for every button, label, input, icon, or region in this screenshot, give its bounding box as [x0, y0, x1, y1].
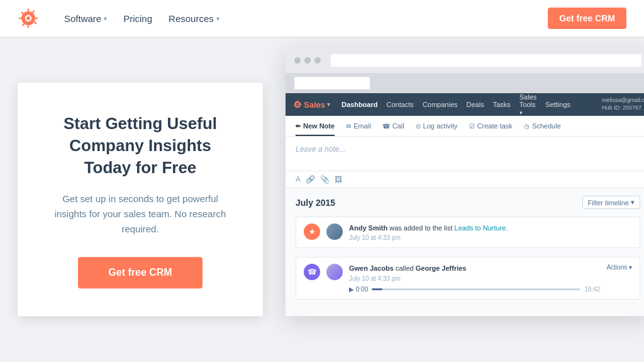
gwen-jacobs-event-text: Gwen Jacobs called George Jeffries July …: [349, 264, 600, 292]
crm-user-info: melissa@gmail.com Hub ID: 250767: [602, 97, 644, 111]
log-icon: ⊙: [416, 123, 421, 130]
andy-smith-event-text: Andy Smith was added to the list Leads t…: [349, 223, 632, 241]
browser-dot-red: [294, 57, 301, 64]
event-actions-button[interactable]: Actions ▾: [606, 264, 632, 271]
crm-nav-sales-tools[interactable]: Sales Tools ▾: [519, 93, 537, 116]
svg-point-1: [26, 16, 30, 20]
gwen-jacobs-action: called: [396, 264, 416, 272]
link-icon[interactable]: 🔗: [306, 175, 315, 184]
browser-dot-green: [314, 57, 321, 64]
browser-mockup: Sales ▾ Dashboard Contacts Companies Dea…: [286, 48, 644, 316]
crm-timeline-header: July 2015 Filter timeline ▾: [296, 196, 640, 209]
andy-smith-event-desc: Andy Smith was added to the list Leads t…: [349, 223, 632, 233]
gwen-jacobs-event-time: July 10 at 4:33 pm: [349, 275, 600, 282]
crm-body: ✏ New Note ✉ Email ☎ Call ⊙ Log activity…: [286, 116, 644, 316]
svg-rect-4: [18, 18, 21, 19]
main-content: Sales ▾ Dashboard Contacts Companies Dea…: [0, 37, 644, 362]
crm-sales-chevron: ▾: [327, 101, 330, 108]
pencil-icon: ✏: [296, 123, 301, 130]
svg-rect-3: [28, 25, 29, 28]
andy-smith-event-time: July 10 at 4:33 pm: [349, 234, 632, 241]
crm-user-email: melissa@gmail.com: [602, 97, 644, 105]
crm-navbar: Sales ▾ Dashboard Contacts Companies Dea…: [286, 93, 644, 116]
hubspot-logo: [18, 8, 39, 29]
pricing-label: Pricing: [123, 13, 152, 24]
browser-dot-yellow: [304, 57, 311, 64]
andy-smith-name: Andy Smith: [349, 224, 387, 232]
hero-subtitle: Get set up in seconds to get powerful in…: [45, 191, 235, 237]
play-button-icon[interactable]: ▶ 0:00: [349, 286, 368, 293]
task-icon: ☑: [469, 123, 475, 130]
crm-tab-new-note[interactable]: ✏ New Note: [296, 116, 335, 136]
actions-chevron-icon: ▾: [629, 264, 632, 271]
crm-hub-id: Hub ID: 250767: [602, 105, 644, 112]
audio-player[interactable]: ▶ 0:00 16:42: [349, 286, 600, 293]
attachment-icon[interactable]: 📎: [320, 175, 330, 184]
font-icon[interactable]: A: [296, 175, 301, 184]
browser-url-bar: [331, 54, 641, 67]
audio-progress-bar: [372, 288, 580, 290]
pricing-nav-item[interactable]: Pricing: [117, 9, 158, 28]
crm-nav-companies[interactable]: Companies: [423, 101, 458, 108]
crm-timeline: July 2015 Filter timeline ▾ ★ Andy Smith…: [286, 188, 644, 316]
svg-point-11: [297, 104, 298, 105]
crm-nav-deals[interactable]: Deals: [467, 101, 484, 108]
crm-note-area[interactable]: Leave a note...: [286, 137, 644, 171]
crm-timeline-month: July 2015: [296, 198, 335, 208]
phone-icon: ☎: [382, 123, 390, 130]
svg-rect-5: [35, 18, 38, 19]
hero-title: Start Getting Useful Company Insights To…: [45, 113, 235, 179]
leads-to-nurture-link[interactable]: Leads to Nurture.: [455, 224, 508, 232]
software-chevron-icon: ▾: [104, 15, 107, 22]
crm-event-list: ★ Andy Smith was added to the list Leads…: [296, 217, 640, 248]
crm-tab-log-activity[interactable]: ⊙ Log activity: [416, 116, 458, 136]
crm-nav-dashboard[interactable]: Dashboard: [341, 101, 377, 108]
crm-tab-call[interactable]: ☎ Call: [382, 116, 404, 136]
browser-chrome-bar: [286, 48, 644, 73]
george-jeffries-name: George Jeffries: [416, 264, 467, 272]
email-icon: ✉: [346, 123, 351, 130]
navbar: Software ▾ Pricing Resources ▾ Get free …: [0, 0, 644, 37]
software-label: Software: [64, 13, 101, 24]
resources-label: Resources: [169, 13, 214, 24]
crm-nav-contacts[interactable]: Contacts: [386, 101, 413, 108]
crm-filter-timeline-button[interactable]: Filter timeline ▾: [582, 196, 640, 209]
audio-duration: 16:42: [584, 286, 600, 293]
svg-rect-12: [297, 100, 298, 101]
crm-nav-settings[interactable]: Settings: [545, 101, 570, 108]
crm-logo: Sales ▾: [293, 100, 330, 110]
audio-progress-fill: [372, 288, 382, 290]
browser-tab-bar: [286, 73, 644, 93]
gwen-jacobs-avatar: [326, 264, 343, 280]
sales-tools-chevron-icon: ▾: [519, 110, 523, 116]
andy-smith-action: was added to the list: [389, 224, 454, 232]
crm-tab-schedule[interactable]: ◷ Schedule: [524, 116, 561, 136]
nav-links: Software ▾ Pricing Resources ▾: [58, 9, 548, 28]
svg-rect-2: [28, 8, 29, 11]
crm-note-toolbar: A 🔗 📎 🖼: [286, 171, 644, 188]
browser-tab: [294, 77, 370, 89]
crm-sales-label: Sales: [304, 100, 325, 110]
resources-chevron-icon: ▾: [216, 15, 219, 22]
crm-tab-email[interactable]: ✉ Email: [346, 116, 371, 136]
list-event-icon: ★: [304, 223, 320, 240]
andy-smith-avatar: [326, 223, 343, 240]
software-nav-item[interactable]: Software ▾: [58, 9, 113, 28]
svg-rect-13: [301, 105, 302, 105]
call-event-icon: ☎: [304, 264, 320, 280]
image-icon[interactable]: 🖼: [335, 175, 342, 184]
resources-nav-item[interactable]: Resources ▾: [162, 9, 226, 28]
hero-card: Start Getting Useful Company Insights To…: [18, 82, 263, 316]
crm-tab-create-task[interactable]: ☑ Create task: [469, 116, 513, 136]
crm-activity-tabs: ✏ New Note ✉ Email ☎ Call ⊙ Log activity…: [286, 116, 644, 137]
crm-note-placeholder: Leave a note...: [296, 145, 345, 154]
crm-event-call: ☎ Gwen Jacobs called George Jeffries Jul…: [296, 257, 640, 299]
crm-nav-tasks[interactable]: Tasks: [493, 101, 511, 108]
nav-get-free-crm-button[interactable]: Get free CRM: [548, 8, 626, 29]
filter-chevron-icon: ▾: [631, 198, 635, 206]
hero-get-free-crm-button[interactable]: Get free CRM: [78, 257, 202, 288]
calendar-icon: ◷: [524, 123, 530, 130]
gwen-jacobs-event-desc: Gwen Jacobs called George Jeffries: [349, 264, 600, 273]
gwen-jacobs-name: Gwen Jacobs: [349, 264, 394, 272]
